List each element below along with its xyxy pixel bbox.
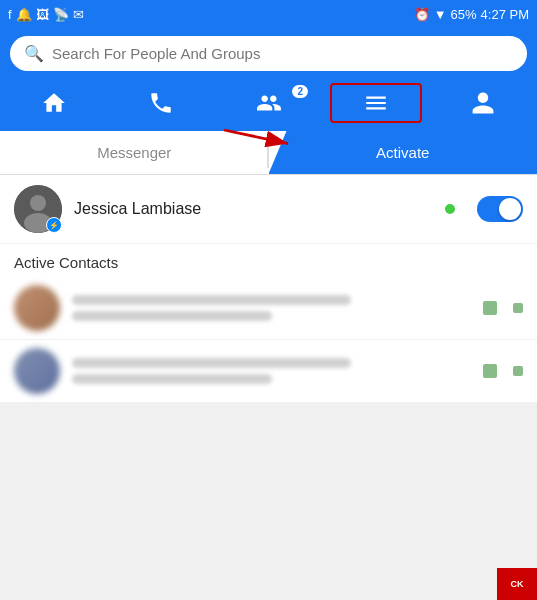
content-area: ⚡ Jessica Lambiase Active Contacts [0,175,537,403]
blurred-text-group-1 [72,295,471,321]
notification-icon: 🔔 [16,7,32,22]
nav-item-requests[interactable]: 2 [215,79,322,127]
nav-item-phone[interactable] [107,79,214,127]
jessica-avatar-wrapper: ⚡ [14,185,62,233]
tab-activate[interactable]: Activate [269,131,538,174]
blurred-line-2a [72,358,351,368]
jessica-toggle[interactable] [477,196,523,222]
mail-icon: ✉ [73,7,84,22]
blurred-status-1b [513,303,523,313]
status-bar: f 🔔 🖼 📡 ✉ ⏰ ▼ 65% 4:27 PM [0,0,537,28]
requests-badge: 2 [292,85,308,98]
phone-icon [148,90,174,116]
search-input-wrapper[interactable]: 🔍 [10,36,527,71]
blurred-text-group-2 [72,358,471,384]
profile-icon [470,90,496,116]
home-icon [41,90,67,116]
search-bar: 🔍 [0,28,537,79]
search-input[interactable] [52,45,513,62]
blurred-contact-1 [0,277,537,340]
blurred-line-2b [72,374,272,384]
jessica-name-row: Jessica Lambiase [74,200,455,218]
people-icon [256,90,282,116]
nav-item-profile[interactable] [430,79,537,127]
watermark: CK [497,568,537,600]
image-icon: 🖼 [36,7,49,22]
blurred-status-2b [513,366,523,376]
blurred-line-1b [72,311,272,321]
rss-icon: 📡 [53,7,69,22]
svg-point-3 [30,195,46,211]
blurred-line-1a [72,295,351,305]
toggle-thumb [499,198,521,220]
blurred-status-1 [483,301,497,315]
menu-icon [363,90,389,116]
signal-icon: ▼ [434,7,447,22]
blurred-status-2 [483,364,497,378]
blurred-avatar-1 [14,285,60,331]
contact-row-jessica: ⚡ Jessica Lambiase [0,175,537,244]
time-display: 4:27 PM [481,7,529,22]
jessica-online-indicator [445,204,455,214]
status-icons-left: f 🔔 🖼 📡 ✉ [8,7,84,22]
watermark-text: CK [511,579,524,589]
nav-bar: 2 [0,79,537,131]
tab-bar: Messenger Activate [0,131,537,175]
messenger-badge: ⚡ [46,217,62,233]
facebook-icon: f [8,7,12,22]
blurred-avatar-2 [14,348,60,394]
search-icon: 🔍 [24,44,44,63]
active-contacts-label: Active Contacts [0,244,537,277]
jessica-name: Jessica Lambiase [74,200,435,218]
status-info-right: ⏰ ▼ 65% 4:27 PM [414,7,529,22]
clock-icon: ⏰ [414,7,430,22]
blurred-contact-2 [0,340,537,403]
nav-item-menu[interactable] [322,79,429,127]
battery-level: 65% [451,7,477,22]
tab-messenger[interactable]: Messenger [0,131,269,174]
nav-item-home[interactable] [0,79,107,127]
